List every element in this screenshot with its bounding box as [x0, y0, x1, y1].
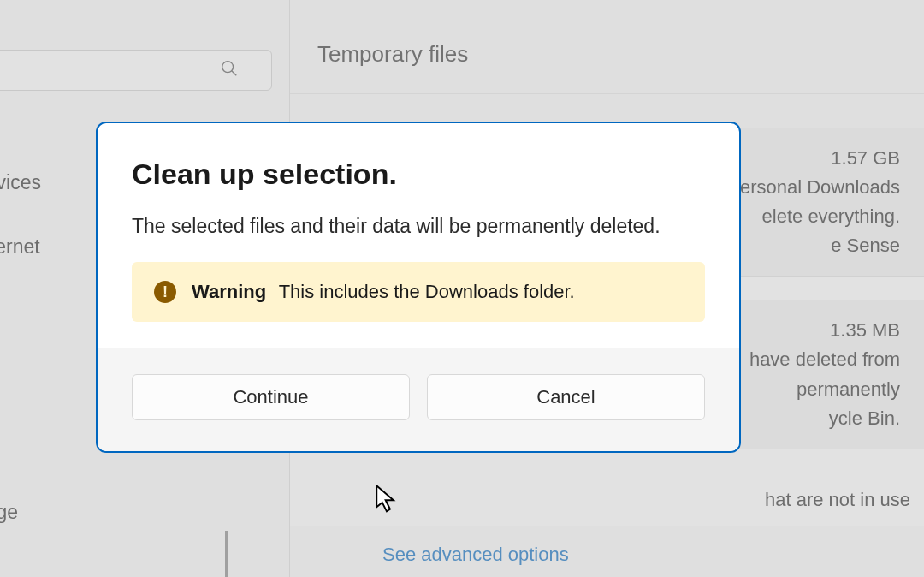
- warning-label: Warning: [192, 281, 266, 302]
- warning-banner: ! Warning This includes the Downloads fo…: [132, 262, 705, 322]
- dialog-body-text: The selected files and their data will b…: [132, 215, 705, 238]
- continue-button[interactable]: Continue: [132, 374, 410, 420]
- warning-icon: !: [154, 281, 176, 303]
- warning-text: This includes the Downloads folder.: [279, 281, 575, 302]
- cleanup-dialog: Clean up selection. The selected files a…: [96, 122, 741, 453]
- cancel-button[interactable]: Cancel: [427, 374, 705, 420]
- dialog-title: Clean up selection.: [132, 158, 705, 191]
- dialog-footer: Continue Cancel: [98, 348, 739, 451]
